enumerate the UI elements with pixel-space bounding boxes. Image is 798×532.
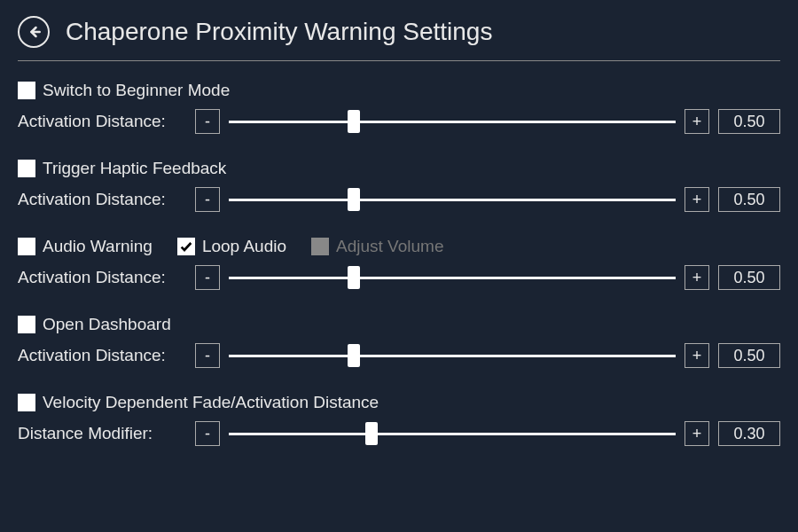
adjust-volume-checkbox: [311, 238, 329, 255]
section-audio-warning: Audio Warning Loop Audio Adjust Volume A…: [18, 237, 780, 290]
slider-handle[interactable]: [348, 188, 360, 211]
slider-track: [229, 433, 676, 435]
slider-track: [229, 277, 676, 279]
beginner-mode-checkbox[interactable]: [18, 82, 35, 99]
slider-handle[interactable]: [348, 266, 360, 289]
adjust-volume-label: Adjust Volume: [336, 237, 443, 256]
haptic-minus-button[interactable]: -: [195, 187, 220, 212]
loop-audio-label: Loop Audio: [202, 237, 286, 256]
haptic-feedback-checkbox[interactable]: [18, 160, 35, 177]
section-beginner-mode: Switch to Beginner Mode Activation Dista…: [18, 81, 780, 134]
dashboard-slider-label: Activation Distance:: [18, 346, 186, 365]
velocity-value[interactable]: 0.30: [718, 421, 780, 446]
audio-warning-checkbox[interactable]: [18, 238, 35, 255]
dashboard-slider[interactable]: [229, 343, 676, 368]
haptic-plus-button[interactable]: +: [685, 187, 709, 212]
beginner-minus-button[interactable]: -: [195, 109, 220, 134]
section-velocity-fade: Velocity Dependent Fade/Activation Dista…: [18, 393, 780, 446]
dashboard-plus-button[interactable]: +: [685, 343, 709, 368]
velocity-fade-checkbox[interactable]: [18, 394, 35, 411]
haptic-feedback-label: Trigger Haptic Feedback: [43, 159, 226, 178]
haptic-slider[interactable]: [229, 187, 676, 212]
dashboard-minus-button[interactable]: -: [195, 343, 220, 368]
slider-track: [229, 199, 676, 201]
beginner-mode-label: Switch to Beginner Mode: [43, 81, 230, 100]
beginner-slider-label: Activation Distance:: [18, 112, 186, 131]
velocity-minus-button[interactable]: -: [195, 421, 220, 446]
velocity-slider-label: Distance Modifier:: [18, 424, 186, 443]
slider-handle[interactable]: [348, 110, 360, 133]
arrow-left-icon: [25, 23, 43, 41]
audio-slider[interactable]: [229, 265, 676, 290]
audio-plus-button[interactable]: +: [685, 265, 709, 290]
dashboard-value[interactable]: 0.50: [718, 343, 780, 368]
section-haptic-feedback: Trigger Haptic Feedback Activation Dista…: [18, 159, 780, 212]
velocity-plus-button[interactable]: +: [685, 421, 709, 446]
page-title: Chaperone Proximity Warning Settings: [66, 18, 492, 46]
beginner-slider[interactable]: [229, 109, 676, 134]
haptic-slider-label: Activation Distance:: [18, 190, 186, 209]
slider-track: [229, 355, 676, 357]
loop-audio-checkbox[interactable]: [177, 238, 195, 255]
open-dashboard-checkbox[interactable]: [18, 316, 35, 333]
slider-handle[interactable]: [348, 344, 360, 367]
beginner-plus-button[interactable]: +: [685, 109, 709, 134]
slider-handle[interactable]: [365, 422, 378, 445]
velocity-slider[interactable]: [229, 421, 676, 446]
beginner-value[interactable]: 0.50: [718, 109, 780, 134]
back-button[interactable]: [18, 16, 50, 48]
audio-warning-label: Audio Warning: [43, 237, 153, 256]
audio-minus-button[interactable]: -: [195, 265, 220, 290]
haptic-value[interactable]: 0.50: [718, 187, 780, 212]
velocity-fade-label: Velocity Dependent Fade/Activation Dista…: [43, 393, 379, 412]
audio-value[interactable]: 0.50: [718, 265, 780, 290]
audio-slider-label: Activation Distance:: [18, 268, 186, 287]
section-open-dashboard: Open Dashboard Activation Distance: - + …: [18, 315, 780, 368]
header: Chaperone Proximity Warning Settings: [18, 16, 780, 61]
slider-track: [229, 121, 676, 123]
open-dashboard-label: Open Dashboard: [43, 315, 171, 334]
